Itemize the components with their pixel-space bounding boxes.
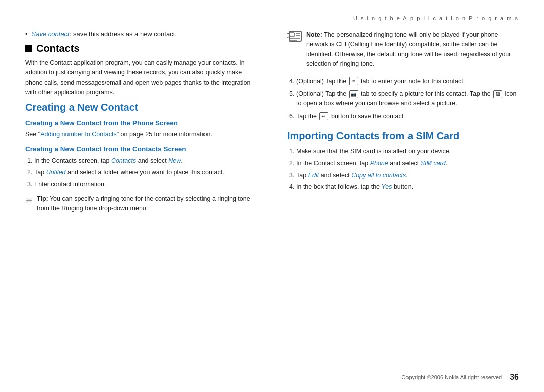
note-label: Note: [306,31,322,38]
edit-link: Edit [308,172,319,179]
list-item-2: Tap Unfiled and select a folder where yo… [34,168,257,177]
photo-tab-icon: 📷 [349,90,358,98]
contacts-section-title: Contacts [25,43,257,54]
sim-card-link: SIM card [421,160,446,167]
tip-label: Tip: [37,195,48,202]
phone-link: Phone [370,160,388,167]
copy-all-link: Copy all to contacts [351,172,406,179]
contacts-screen-list: In the Contacts screen, tap Contacts and… [34,156,257,189]
note-text: Note: The personalized ringing tone will… [306,30,519,69]
yes-link: Yes [382,183,392,190]
step-6: Tap the ↩ button to save the contact. [296,112,519,121]
step-5: (Optional) Tap the 📷 tab to specify a pi… [296,89,519,109]
tip-box: ✳ Tip: You can specify a ringing tone fo… [25,194,257,214]
unfiled-link: Unfiled [46,169,66,176]
page-footer: Copyright ©2006 Nokia All right reserved… [25,367,519,382]
note-tab-icon: ≡ [349,77,358,85]
sim-steps-list: Make sure that the SIM card is installed… [296,147,519,192]
tip-icon: ✳ [25,195,33,206]
contacts-title-text: Contacts [36,43,80,54]
contacts-link: Contacts [111,157,136,164]
phone-screen-body: See "Adding number to Contacts" on page … [25,130,257,139]
black-square-icon [25,45,32,52]
phone-screen-subtitle: Creating a New Contact from the Phone Sc… [25,119,257,127]
later-steps-list: (Optional) Tap the ≡ tab to enter your n… [296,76,519,122]
note-icon [287,31,302,43]
header-text: U s i n g t h e A p p l i c a t i o n P … [353,15,519,21]
save-button-icon: ↩ [319,112,328,120]
list-item-1: In the Contacts screen, tap Contacts and… [34,156,257,166]
sim-step-2: In the Contact screen, tap Phone and sel… [296,159,519,168]
right-column: Note: The personalized ringing tone will… [282,30,519,367]
adding-number-link[interactable]: Adding number to Contacts [40,131,116,138]
save-contact-label: Save contact [32,30,70,38]
sim-step-3: Tap Edit and select Copy all to contacts… [296,171,519,180]
save-contact-text: : save this address as a new contact. [70,30,177,38]
contacts-body: With the Contact application program, yo… [25,58,257,98]
step-4: (Optional) Tap the ≡ tab to enter your n… [296,76,519,86]
sim-section-title: Importing Contacts from a SIM Card [287,130,519,142]
list-item-3: Enter contact information. [34,180,257,189]
sim-step-4: In the box that follows, tap the Yes but… [296,182,519,192]
page-header: U s i n g t h e A p p l i c a t i o n P … [25,15,519,21]
sim-step-1: Make sure that the SIM card is installed… [296,147,519,156]
svg-point-6 [287,33,290,37]
note-box: Note: The personalized ringing tone will… [287,30,519,69]
page-number: 36 [510,373,519,382]
bullet-save-contact: Save contact: save this address as a new… [25,30,257,38]
new-contact-title: Creating a New Contact [25,102,257,113]
new-link: New [168,157,181,164]
left-column: Save contact: save this address as a new… [25,30,262,367]
contacts-screen-subtitle: Creating a New Contact from the Contacts… [25,145,257,153]
copyright-text: Copyright ©2006 Nokia All right reserved [401,374,502,380]
browse-icon: 🖼 [493,90,502,98]
tip-text: Tip: You can specify a ringing tone for … [37,194,257,214]
